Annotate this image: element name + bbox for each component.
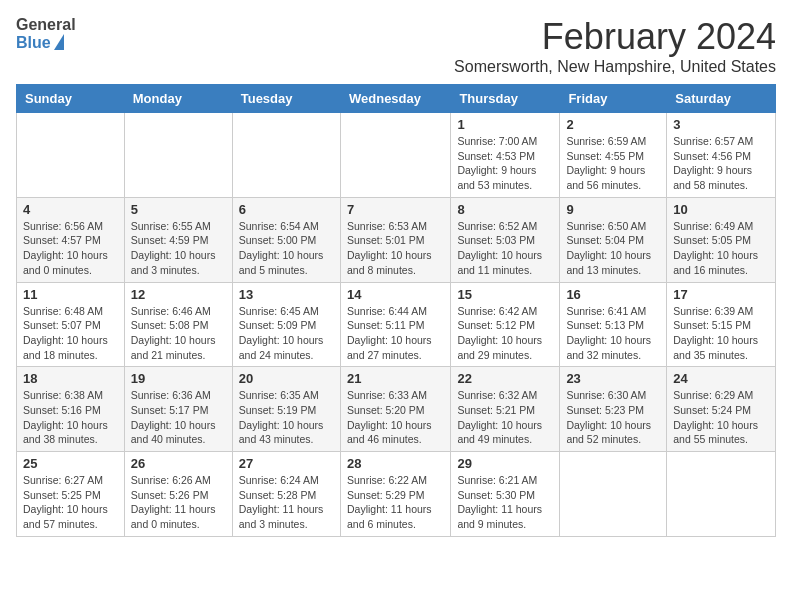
day-info: Sunrise: 6:24 AM Sunset: 5:28 PM Dayligh…: [239, 473, 334, 532]
calendar-cell: 10Sunrise: 6:49 AM Sunset: 5:05 PM Dayli…: [667, 197, 776, 282]
calendar-cell: 20Sunrise: 6:35 AM Sunset: 5:19 PM Dayli…: [232, 367, 340, 452]
day-info: Sunrise: 6:57 AM Sunset: 4:56 PM Dayligh…: [673, 134, 769, 193]
day-info: Sunrise: 6:52 AM Sunset: 5:03 PM Dayligh…: [457, 219, 553, 278]
title-block: February 2024 Somersworth, New Hampshire…: [454, 16, 776, 76]
day-info: Sunrise: 6:41 AM Sunset: 5:13 PM Dayligh…: [566, 304, 660, 363]
calendar-cell: 19Sunrise: 6:36 AM Sunset: 5:17 PM Dayli…: [124, 367, 232, 452]
day-number: 24: [673, 371, 769, 386]
day-info: Sunrise: 6:27 AM Sunset: 5:25 PM Dayligh…: [23, 473, 118, 532]
day-info: Sunrise: 6:45 AM Sunset: 5:09 PM Dayligh…: [239, 304, 334, 363]
calendar-week-row: 25Sunrise: 6:27 AM Sunset: 5:25 PM Dayli…: [17, 452, 776, 537]
calendar-cell: 16Sunrise: 6:41 AM Sunset: 5:13 PM Dayli…: [560, 282, 667, 367]
calendar-cell: 22Sunrise: 6:32 AM Sunset: 5:21 PM Dayli…: [451, 367, 560, 452]
day-number: 22: [457, 371, 553, 386]
calendar-cell: 28Sunrise: 6:22 AM Sunset: 5:29 PM Dayli…: [340, 452, 450, 537]
day-info: Sunrise: 6:33 AM Sunset: 5:20 PM Dayligh…: [347, 388, 444, 447]
logo-triangle-icon: [54, 34, 64, 50]
day-info: Sunrise: 6:26 AM Sunset: 5:26 PM Dayligh…: [131, 473, 226, 532]
day-info: Sunrise: 6:39 AM Sunset: 5:15 PM Dayligh…: [673, 304, 769, 363]
calendar-cell: 11Sunrise: 6:48 AM Sunset: 5:07 PM Dayli…: [17, 282, 125, 367]
day-number: 18: [23, 371, 118, 386]
day-info: Sunrise: 6:44 AM Sunset: 5:11 PM Dayligh…: [347, 304, 444, 363]
day-number: 2: [566, 117, 660, 132]
day-number: 29: [457, 456, 553, 471]
day-number: 10: [673, 202, 769, 217]
day-number: 3: [673, 117, 769, 132]
day-number: 7: [347, 202, 444, 217]
calendar-header-row: SundayMondayTuesdayWednesdayThursdayFrid…: [17, 85, 776, 113]
calendar-cell: 1Sunrise: 7:00 AM Sunset: 4:53 PM Daylig…: [451, 113, 560, 198]
day-info: Sunrise: 6:42 AM Sunset: 5:12 PM Dayligh…: [457, 304, 553, 363]
day-number: 15: [457, 287, 553, 302]
day-info: Sunrise: 6:59 AM Sunset: 4:55 PM Dayligh…: [566, 134, 660, 193]
calendar-cell: 25Sunrise: 6:27 AM Sunset: 5:25 PM Dayli…: [17, 452, 125, 537]
calendar-cell: 4Sunrise: 6:56 AM Sunset: 4:57 PM Daylig…: [17, 197, 125, 282]
calendar-table: SundayMondayTuesdayWednesdayThursdayFrid…: [16, 84, 776, 537]
calendar-week-row: 1Sunrise: 7:00 AM Sunset: 4:53 PM Daylig…: [17, 113, 776, 198]
day-number: 16: [566, 287, 660, 302]
day-number: 27: [239, 456, 334, 471]
day-number: 6: [239, 202, 334, 217]
calendar-cell: 15Sunrise: 6:42 AM Sunset: 5:12 PM Dayli…: [451, 282, 560, 367]
calendar-cell: 2Sunrise: 6:59 AM Sunset: 4:55 PM Daylig…: [560, 113, 667, 198]
day-info: Sunrise: 6:35 AM Sunset: 5:19 PM Dayligh…: [239, 388, 334, 447]
day-number: 5: [131, 202, 226, 217]
day-number: 12: [131, 287, 226, 302]
calendar-cell: 26Sunrise: 6:26 AM Sunset: 5:26 PM Dayli…: [124, 452, 232, 537]
day-info: Sunrise: 6:48 AM Sunset: 5:07 PM Dayligh…: [23, 304, 118, 363]
day-number: 23: [566, 371, 660, 386]
day-info: Sunrise: 6:32 AM Sunset: 5:21 PM Dayligh…: [457, 388, 553, 447]
page-header: General Blue February 2024 Somersworth, …: [16, 16, 776, 76]
calendar-cell: [124, 113, 232, 198]
calendar-cell: 13Sunrise: 6:45 AM Sunset: 5:09 PM Dayli…: [232, 282, 340, 367]
day-number: 20: [239, 371, 334, 386]
day-info: Sunrise: 6:56 AM Sunset: 4:57 PM Dayligh…: [23, 219, 118, 278]
day-number: 8: [457, 202, 553, 217]
day-number: 21: [347, 371, 444, 386]
day-info: Sunrise: 6:30 AM Sunset: 5:23 PM Dayligh…: [566, 388, 660, 447]
day-info: Sunrise: 6:21 AM Sunset: 5:30 PM Dayligh…: [457, 473, 553, 532]
calendar-cell: 14Sunrise: 6:44 AM Sunset: 5:11 PM Dayli…: [340, 282, 450, 367]
day-number: 11: [23, 287, 118, 302]
day-info: Sunrise: 6:38 AM Sunset: 5:16 PM Dayligh…: [23, 388, 118, 447]
day-number: 1: [457, 117, 553, 132]
logo-line2: Blue: [16, 34, 51, 52]
day-info: Sunrise: 6:55 AM Sunset: 4:59 PM Dayligh…: [131, 219, 226, 278]
calendar-cell: 23Sunrise: 6:30 AM Sunset: 5:23 PM Dayli…: [560, 367, 667, 452]
day-info: Sunrise: 7:00 AM Sunset: 4:53 PM Dayligh…: [457, 134, 553, 193]
calendar-cell: 9Sunrise: 6:50 AM Sunset: 5:04 PM Daylig…: [560, 197, 667, 282]
day-info: Sunrise: 6:36 AM Sunset: 5:17 PM Dayligh…: [131, 388, 226, 447]
calendar-cell: 17Sunrise: 6:39 AM Sunset: 5:15 PM Dayli…: [667, 282, 776, 367]
day-number: 13: [239, 287, 334, 302]
day-info: Sunrise: 6:29 AM Sunset: 5:24 PM Dayligh…: [673, 388, 769, 447]
calendar-header-friday: Friday: [560, 85, 667, 113]
calendar-cell: [667, 452, 776, 537]
day-info: Sunrise: 6:53 AM Sunset: 5:01 PM Dayligh…: [347, 219, 444, 278]
calendar-cell: 6Sunrise: 6:54 AM Sunset: 5:00 PM Daylig…: [232, 197, 340, 282]
calendar-header-thursday: Thursday: [451, 85, 560, 113]
calendar-cell: 12Sunrise: 6:46 AM Sunset: 5:08 PM Dayli…: [124, 282, 232, 367]
calendar-cell: 5Sunrise: 6:55 AM Sunset: 4:59 PM Daylig…: [124, 197, 232, 282]
day-number: 17: [673, 287, 769, 302]
day-number: 19: [131, 371, 226, 386]
calendar-cell: [17, 113, 125, 198]
location-title: Somersworth, New Hampshire, United State…: [454, 58, 776, 76]
day-number: 28: [347, 456, 444, 471]
calendar-header-sunday: Sunday: [17, 85, 125, 113]
calendar-header-saturday: Saturday: [667, 85, 776, 113]
calendar-cell: [232, 113, 340, 198]
calendar-week-row: 4Sunrise: 6:56 AM Sunset: 4:57 PM Daylig…: [17, 197, 776, 282]
calendar-cell: 24Sunrise: 6:29 AM Sunset: 5:24 PM Dayli…: [667, 367, 776, 452]
day-info: Sunrise: 6:50 AM Sunset: 5:04 PM Dayligh…: [566, 219, 660, 278]
calendar-cell: 18Sunrise: 6:38 AM Sunset: 5:16 PM Dayli…: [17, 367, 125, 452]
calendar-week-row: 11Sunrise: 6:48 AM Sunset: 5:07 PM Dayli…: [17, 282, 776, 367]
calendar-header-monday: Monday: [124, 85, 232, 113]
logo-line1: General: [16, 16, 76, 34]
calendar-cell: 21Sunrise: 6:33 AM Sunset: 5:20 PM Dayli…: [340, 367, 450, 452]
day-info: Sunrise: 6:46 AM Sunset: 5:08 PM Dayligh…: [131, 304, 226, 363]
calendar-cell: 8Sunrise: 6:52 AM Sunset: 5:03 PM Daylig…: [451, 197, 560, 282]
day-number: 14: [347, 287, 444, 302]
calendar-cell: [340, 113, 450, 198]
day-number: 9: [566, 202, 660, 217]
day-info: Sunrise: 6:22 AM Sunset: 5:29 PM Dayligh…: [347, 473, 444, 532]
